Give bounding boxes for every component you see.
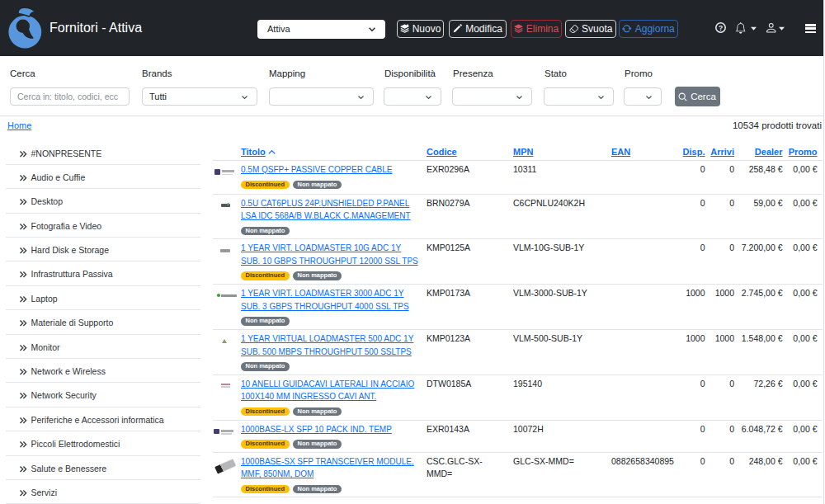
- svg-text:?: ?: [719, 24, 723, 32]
